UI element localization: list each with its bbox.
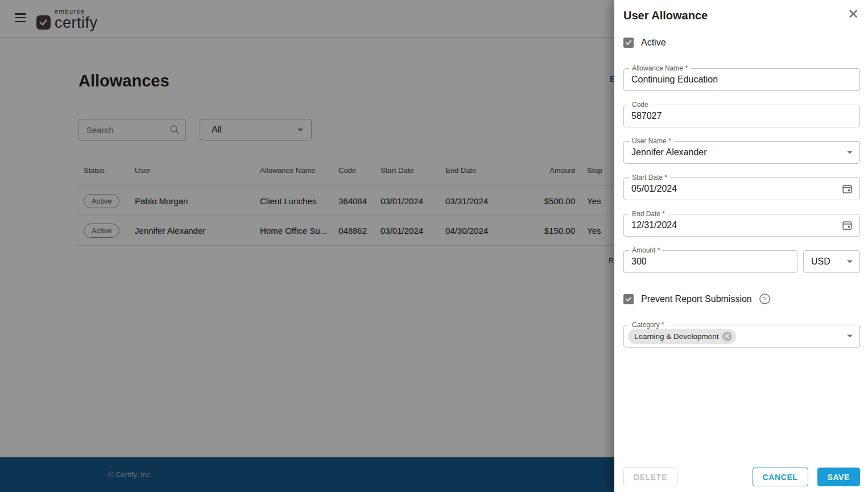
calendar-icon[interactable]	[842, 220, 853, 231]
chevron-down-icon	[847, 335, 853, 338]
active-checkbox[interactable]	[623, 38, 634, 48]
prevent-report-checkbox[interactable]	[623, 294, 634, 304]
currency-select[interactable]: USD	[803, 250, 860, 273]
drawer-actions: DELETE CANCEL SAVE	[623, 468, 860, 486]
category-label: Category *	[629, 321, 667, 329]
code-field[interactable]: Code 587027	[623, 105, 860, 127]
start-date-field[interactable]: Start Date * 05/01/2024	[623, 177, 860, 200]
chip-remove-icon[interactable]: ✕	[722, 332, 732, 341]
delete-button[interactable]: DELETE	[623, 468, 677, 486]
user-allowance-drawer: User Allowance ✕ Active Allowance Name *…	[614, 0, 868, 492]
user-name-select[interactable]: User Name * Jennifer Alexander	[623, 141, 860, 164]
chevron-down-icon	[847, 151, 853, 154]
amount-value: 300	[631, 251, 647, 272]
user-name-value: Jennifer Alexander	[631, 142, 707, 163]
allowance-name-value: Continuing Education	[631, 69, 718, 90]
active-checkbox-row: Active	[623, 38, 860, 48]
svg-text:?: ?	[763, 296, 766, 303]
end-date-value: 12/31/2024	[631, 214, 677, 236]
category-select[interactable]: Category * Learning & Development ✕	[623, 325, 860, 348]
amount-field[interactable]: Amount * 300	[623, 250, 797, 273]
code-value: 587027	[631, 105, 662, 127]
drawer-title: User Allowance	[623, 8, 708, 22]
category-chip-label: Learning & Development	[634, 332, 719, 341]
cancel-button[interactable]: CANCEL	[753, 468, 808, 486]
prevent-report-label: Prevent Report Submission	[641, 294, 752, 304]
prevent-report-row: Prevent Report Submission ?	[623, 293, 860, 305]
end-date-field[interactable]: End Date * 12/31/2024	[623, 214, 860, 237]
close-icon[interactable]: ✕	[846, 8, 860, 20]
start-date-value: 05/01/2024	[631, 178, 677, 200]
save-button[interactable]: SAVE	[817, 468, 861, 486]
allowance-name-field[interactable]: Allowance Name * Continuing Education	[623, 68, 860, 91]
currency-value: USD	[811, 251, 830, 272]
chevron-down-icon	[847, 261, 853, 263]
active-label: Active	[641, 38, 666, 48]
help-icon[interactable]: ?	[759, 293, 771, 305]
calendar-icon[interactable]	[842, 184, 853, 195]
category-chip: Learning & Development ✕	[628, 329, 736, 344]
